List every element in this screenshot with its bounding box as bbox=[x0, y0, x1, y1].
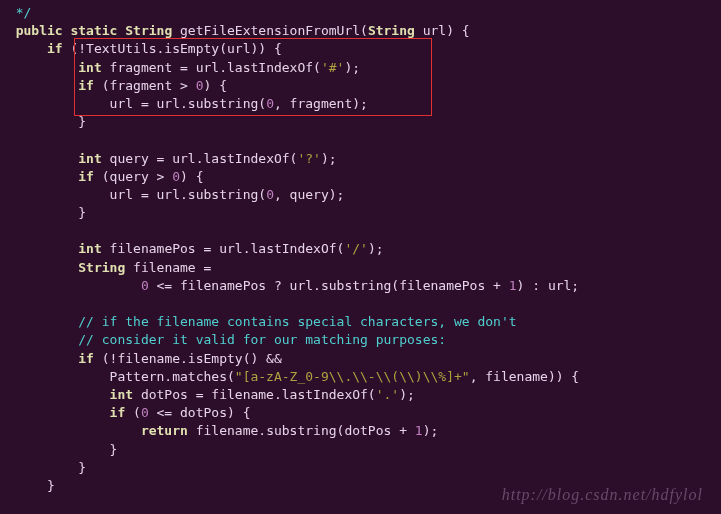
code-line: int filenamePos = url.lastIndexOf('/'); bbox=[0, 241, 384, 256]
code-line: if (0 <= dotPos) { bbox=[0, 405, 250, 420]
code-block: */ public static String getFileExtension… bbox=[0, 0, 721, 514]
code-line: if (query > 0) { bbox=[0, 169, 204, 184]
code-line: if (!TextUtils.isEmpty(url)) { bbox=[0, 41, 282, 56]
code-line: int query = url.lastIndexOf('?'); bbox=[0, 151, 337, 166]
code-line: public static String getFileExtensionFro… bbox=[0, 23, 470, 38]
code-line: } bbox=[0, 442, 117, 457]
code-line: */ bbox=[0, 5, 31, 20]
code-line: } bbox=[0, 205, 86, 220]
code-line: url = url.substring(0, query); bbox=[0, 187, 344, 202]
code-line: return filename.substring(dotPos + 1); bbox=[0, 423, 438, 438]
code-line: Pattern.matches("[a-zA-Z_0-9\\.\\-\\(\\)… bbox=[0, 369, 579, 384]
code-line: // if the filename contains special char… bbox=[0, 314, 517, 329]
watermark-text: http://blog.csdn.net/hdfylol bbox=[502, 484, 703, 506]
code-line: url = url.substring(0, fragment); bbox=[0, 96, 368, 111]
code-line: String filename = bbox=[0, 260, 211, 275]
code-line: 0 <= filenamePos ? url.substring(filenam… bbox=[0, 278, 579, 293]
code-line: } bbox=[0, 460, 86, 475]
code-line: if (fragment > 0) { bbox=[0, 78, 227, 93]
code-line: if (!filename.isEmpty() && bbox=[0, 351, 282, 366]
code-line: int dotPos = filename.lastIndexOf('.'); bbox=[0, 387, 415, 402]
code-line: // consider it valid for our matching pu… bbox=[0, 332, 446, 347]
code-line: int fragment = url.lastIndexOf('#'); bbox=[0, 60, 360, 75]
code-line: } bbox=[0, 114, 86, 129]
code-line: } bbox=[0, 478, 55, 493]
